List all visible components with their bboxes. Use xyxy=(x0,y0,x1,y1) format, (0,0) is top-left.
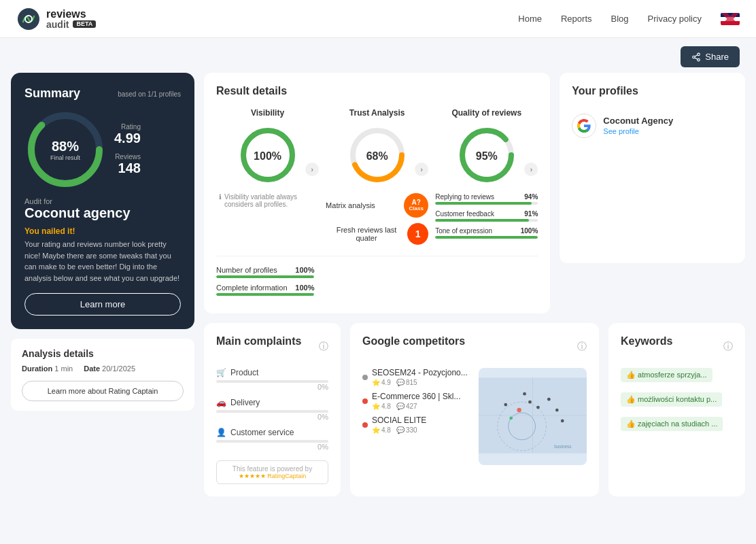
summary-based-on: based on 1/1 profiles xyxy=(118,90,181,98)
result-details-title: Result details xyxy=(216,85,538,97)
svg-point-23 xyxy=(509,417,513,420)
profile-see-link[interactable]: See profile xyxy=(603,127,639,135)
quality-donut: 95% xyxy=(456,124,517,188)
rating-stat: Rating 4.99 xyxy=(114,123,141,146)
beta-badge: BETA xyxy=(73,20,96,28)
competitor-1-dot xyxy=(362,375,368,380)
language-flag[interactable] xyxy=(721,13,740,25)
google-competitors: Google competitors ⓘ SEOSEM24 - Pozycjon… xyxy=(350,323,599,496)
logo[interactable]: reviews audit BETA xyxy=(16,7,96,31)
replying-value: 94% xyxy=(524,193,538,201)
visibility-donut: 100% xyxy=(237,124,298,188)
svg-point-26 xyxy=(523,392,526,396)
comp1-reviews: 💬 815 xyxy=(396,379,417,386)
summary-pct: 88% xyxy=(50,139,80,154)
main-complaints: Main complaints ⓘ 🛒 Product 0% 🚗 Deliver… xyxy=(204,323,341,496)
num-profiles-label: Number of profiles xyxy=(216,266,277,274)
tone-label: Tone of expression xyxy=(435,227,492,235)
trust-arrow[interactable]: › xyxy=(415,163,428,176)
comp2-rating: ⭐ 4.8 xyxy=(372,403,391,410)
svg-line-6 xyxy=(695,54,698,56)
keywords-title: Keywords xyxy=(621,335,672,347)
nailed-desc-text: Your rating and reviews number look pret… xyxy=(24,239,181,284)
feedback-value: 91% xyxy=(524,210,538,218)
competitor-3: SOCIAL ELITE ⭐ 4.8 💬 330 xyxy=(362,415,470,434)
nav-privacy[interactable]: Privacy policy xyxy=(648,14,702,24)
nav-links: Home Reports Blog Privacy policy xyxy=(518,13,740,25)
nav-home[interactable]: Home xyxy=(518,14,542,24)
visibility-title: Visibility xyxy=(216,108,319,118)
trust-pct: 68% xyxy=(366,150,388,163)
fresh-icon: 1 xyxy=(407,223,428,245)
keyword-3[interactable]: 👍 zajęciach na studiach ... xyxy=(621,417,723,431)
competitor-3-dot xyxy=(362,422,368,428)
svg-text:business: business xyxy=(554,444,571,449)
svg-point-21 xyxy=(528,401,532,404)
fresh-label: Fresh reviews last quater xyxy=(326,226,407,242)
comp2-reviews: 💬 427 xyxy=(396,403,417,410)
delivery-icon: 🚗 xyxy=(216,398,226,407)
complaint-customer-service: 👤 Customer service 0% xyxy=(216,428,328,451)
nav-reports[interactable]: Reports xyxy=(561,14,592,24)
quality-arrow[interactable]: › xyxy=(524,163,538,176)
analysis-details: Analysis details Duration 1 min Date 20/… xyxy=(11,339,194,411)
svg-line-5 xyxy=(695,57,698,58)
competitors-title: Google competitors xyxy=(362,335,465,347)
summary-donut: 88% Final result xyxy=(24,109,106,190)
complaint-product: 🛒 Product 0% xyxy=(216,368,328,391)
nailed-it-text: You nailed it! xyxy=(24,226,181,236)
svg-point-25 xyxy=(555,409,559,412)
comp1-rating: ⭐ 4.9 xyxy=(372,379,391,386)
complaints-title: Main complaints xyxy=(216,335,301,347)
svg-point-2 xyxy=(698,53,700,56)
matrix-badge: A? Class xyxy=(404,193,428,218)
reviews-value: 148 xyxy=(114,160,141,176)
trust-title: Trust Analysis xyxy=(326,108,428,118)
profile-name: Coconut Agency xyxy=(603,116,673,126)
visibility-arrow[interactable]: › xyxy=(305,163,319,176)
svg-point-24 xyxy=(547,398,551,401)
keyword-2[interactable]: 👍 możliwości kontaktu p... xyxy=(621,392,722,407)
keywords: Keywords ⓘ 👍 atmosferze sprzyja... 👍 moż… xyxy=(608,323,745,496)
profile-item: Coconut Agency See profile xyxy=(572,108,733,143)
quality-title: Quality of reviews xyxy=(435,108,538,118)
svg-point-27 xyxy=(504,403,507,407)
share-button[interactable]: Share xyxy=(681,46,740,67)
tone-value: 100% xyxy=(521,227,538,235)
competitor-2-dot xyxy=(362,398,368,404)
visibility-pct: 100% xyxy=(254,150,281,163)
trust-col: Trust Analysis 68% Matrix analysis xyxy=(326,108,428,245)
svg-point-20 xyxy=(517,408,521,412)
nav-blog[interactable]: Blog xyxy=(611,14,629,24)
competitors-info-icon[interactable]: ⓘ xyxy=(577,341,587,353)
keywords-info-icon[interactable]: ⓘ xyxy=(723,341,733,353)
summary-title: Summary xyxy=(24,86,80,101)
complete-info-value: 100% xyxy=(295,284,314,292)
logo-audit-text: audit BETA xyxy=(46,20,96,29)
competitor-map: business xyxy=(479,368,587,465)
keyword-2-thumb: 👍 xyxy=(626,395,638,403)
feedback-label: Customer feedback xyxy=(435,210,494,218)
logo-icon xyxy=(16,7,41,31)
quality-col: Quality of reviews 95% Replying t xyxy=(435,108,538,245)
logo-reviews-text: reviews xyxy=(46,9,96,20)
trust-donut: 68% xyxy=(347,124,408,188)
replying-label: Replying to reviews xyxy=(435,193,494,201)
powered-by: This feature is powered by ★★★★★ RatingC… xyxy=(216,460,328,484)
your-profiles: Your profiles Coconut Agency See profile xyxy=(560,73,745,263)
comp3-rating: ⭐ 4.8 xyxy=(372,426,391,434)
your-profiles-title: Your profiles xyxy=(572,85,733,97)
customer-icon: 👤 xyxy=(216,428,226,437)
comp3-reviews: 💬 330 xyxy=(396,426,417,434)
summary-final-label: Final result xyxy=(50,154,80,161)
analysis-title: Analysis details xyxy=(22,348,184,359)
svg-point-28 xyxy=(561,420,564,423)
analysis-meta: Duration 1 min Date 20/1/2025 xyxy=(22,364,184,373)
keyword-1[interactable]: 👍 atmosferze sprzyja... xyxy=(621,368,712,382)
product-icon: 🛒 xyxy=(216,368,226,377)
rating-captain-button[interactable]: Learn more about Rating Captain xyxy=(22,381,184,401)
complaints-info-icon[interactable]: ⓘ xyxy=(319,341,328,353)
svg-point-22 xyxy=(536,406,540,409)
learn-more-button[interactable]: Learn more xyxy=(24,293,181,316)
agency-name: Coconut agency xyxy=(24,205,181,221)
